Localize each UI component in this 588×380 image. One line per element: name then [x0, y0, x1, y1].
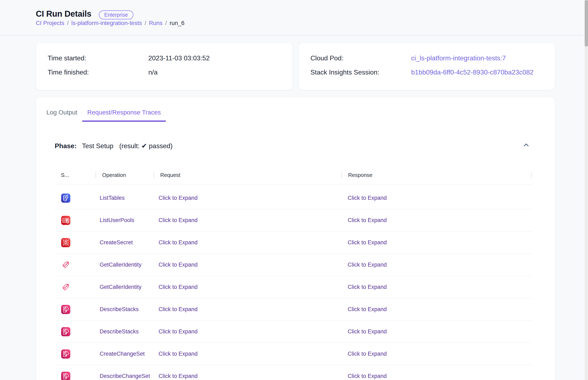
cognito-icon	[61, 216, 70, 225]
cloudformation-icon	[61, 372, 70, 380]
operation-link[interactable]: CreateSecret	[100, 239, 133, 246]
table-row: DescribeChangeSet Click to Expand Click …	[54, 365, 532, 380]
column-header-response: Response	[341, 172, 532, 178]
response-expand-link[interactable]: Click to Expand	[348, 328, 387, 335]
sts-icon	[61, 260, 70, 269]
phase-collapse-button[interactable]	[521, 141, 531, 151]
tab-log-output[interactable]: Log Output	[41, 108, 82, 122]
page-title: CI Run Details	[36, 8, 91, 19]
time-finished-value: n/a	[148, 68, 158, 76]
operation-link[interactable]: ListTables	[100, 195, 125, 201]
column-header-request: Request	[154, 172, 341, 178]
tab-request-response-traces[interactable]: Request/Response Traces	[82, 108, 166, 122]
cloud-pod-label: Cloud Pod:	[311, 54, 411, 62]
operation-link[interactable]: CreateChangeSet	[100, 351, 145, 357]
scrollbar	[585, 0, 588, 380]
column-header-service: S...	[54, 172, 95, 178]
table-row: CreateSecret Click to Expand Click to Ex…	[54, 232, 532, 254]
breadcrumb: CI Projects / ls-platform-integration-te…	[36, 19, 555, 27]
response-expand-link[interactable]: Click to Expand	[348, 217, 387, 223]
time-finished-label: Time finished:	[48, 68, 148, 76]
secretsmanager-icon	[61, 238, 70, 247]
phase-header: Phase: Test Setup (result: ✔ passed)	[36, 140, 555, 152]
phase-label: Phase:	[55, 142, 76, 150]
page-content: Time started: 2023-11-03 03:03:52 Time f…	[0, 43, 588, 380]
response-expand-link[interactable]: Click to Expand	[348, 195, 387, 201]
operation-link[interactable]: GetCallerIdentity	[100, 262, 142, 268]
breadcrumb-separator: /	[145, 19, 146, 27]
table-row: GetCallerIdentity Click to Expand Click …	[54, 276, 532, 298]
operation-link[interactable]: DescribeChangeSet	[100, 373, 150, 379]
table-row: GetCallerIdentity Click to Expand Click …	[54, 254, 532, 276]
operation-link[interactable]: GetCallerIdentity	[100, 284, 142, 290]
request-expand-link[interactable]: Click to Expand	[159, 328, 198, 335]
scrollbar-thumb[interactable]	[585, 0, 588, 47]
phase-result: (result: ✔ passed)	[119, 142, 172, 150]
request-expand-link[interactable]: Click to Expand	[159, 262, 198, 268]
trace-table-header: S... Operation Request Response	[54, 166, 532, 185]
response-expand-link[interactable]: Click to Expand	[348, 373, 387, 379]
breadcrumb-separator: /	[67, 19, 69, 27]
dynamodb-icon	[61, 193, 70, 203]
page-header: CI Run Details Enterprise CI Projects / …	[0, 0, 588, 35]
breadcrumb-separator: /	[165, 19, 167, 27]
stack-insights-session-label: Stack Insights Session:	[311, 68, 411, 76]
response-expand-link[interactable]: Click to Expand	[348, 306, 387, 312]
response-expand-link[interactable]: Click to Expand	[348, 351, 387, 357]
breadcrumb-link-runs[interactable]: Runs	[149, 19, 163, 27]
traces-card: Log Output Request/Response Traces Phase…	[36, 97, 555, 380]
column-header-operation: Operation	[95, 172, 154, 178]
cloudformation-icon	[61, 349, 70, 359]
request-expand-link[interactable]: Click to Expand	[159, 306, 198, 312]
request-expand-link[interactable]: Click to Expand	[159, 284, 198, 290]
sts-icon	[61, 283, 70, 292]
table-row: ListTables Click to Expand Click to Expa…	[54, 187, 532, 209]
table-row: ListUserPools Click to Expand Click to E…	[54, 209, 532, 232]
cloudformation-icon	[61, 305, 70, 314]
response-expand-link[interactable]: Click to Expand	[348, 262, 387, 268]
request-expand-link[interactable]: Click to Expand	[159, 195, 198, 201]
operation-link[interactable]: ListUserPools	[100, 217, 134, 223]
operation-link[interactable]: DescribeStacks	[100, 328, 139, 335]
table-row: DescribeStacks Click to Expand Click to …	[54, 321, 532, 343]
run-times-card: Time started: 2023-11-03 03:03:52 Time f…	[36, 43, 292, 90]
breadcrumb-link-ci-projects[interactable]: CI Projects	[36, 19, 64, 27]
operation-link[interactable]: DescribeStacks	[100, 306, 139, 312]
breadcrumb-link-project[interactable]: ls-platform-integration-tests	[71, 19, 142, 27]
phase-name: Test Setup	[82, 142, 113, 150]
request-expand-link[interactable]: Click to Expand	[159, 351, 198, 357]
enterprise-badge: Enterprise	[99, 10, 133, 19]
response-expand-link[interactable]: Click to Expand	[348, 239, 387, 246]
table-row: DescribeStacks Click to Expand Click to …	[54, 298, 532, 321]
stack-insights-session-link[interactable]: b1bb09da-6ff0-4c52-8930-c870ba23c082	[411, 68, 533, 76]
request-expand-link[interactable]: Click to Expand	[159, 239, 198, 246]
time-started-value: 2023-11-03 03:03:52	[148, 54, 210, 62]
response-expand-link[interactable]: Click to Expand	[348, 284, 387, 290]
request-expand-link[interactable]: Click to Expand	[159, 217, 198, 223]
table-row: CreateChangeSet Click to Expand Click to…	[54, 343, 532, 365]
cloudformation-icon	[61, 327, 70, 336]
breadcrumb-current-run: run_6	[170, 19, 184, 27]
trace-table-body: ListTables Click to Expand Click to Expa…	[54, 185, 532, 380]
time-started-label: Time started:	[48, 54, 148, 62]
cloud-pod-link[interactable]: ci_ls-platform-integration-tests:7	[411, 54, 506, 62]
tab-bar: Log Output Request/Response Traces	[36, 97, 555, 122]
trace-table: S... Operation Request Response ListTabl…	[54, 166, 532, 380]
request-expand-link[interactable]: Click to Expand	[159, 373, 198, 379]
chevron-up-icon	[522, 140, 531, 151]
session-card: Cloud Pod: ci_ls-platform-integration-te…	[299, 43, 555, 90]
